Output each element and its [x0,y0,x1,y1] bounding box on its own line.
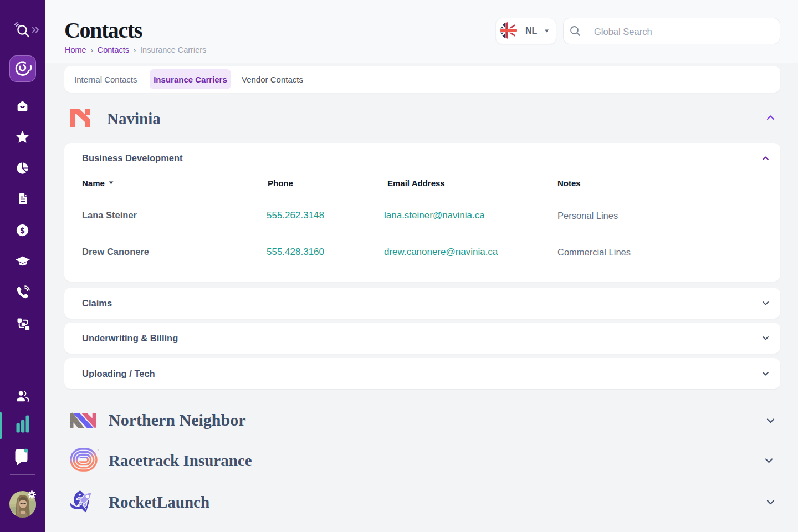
svg-text:™: ™ [97,448,99,452]
svg-text:$: $ [21,226,25,235]
